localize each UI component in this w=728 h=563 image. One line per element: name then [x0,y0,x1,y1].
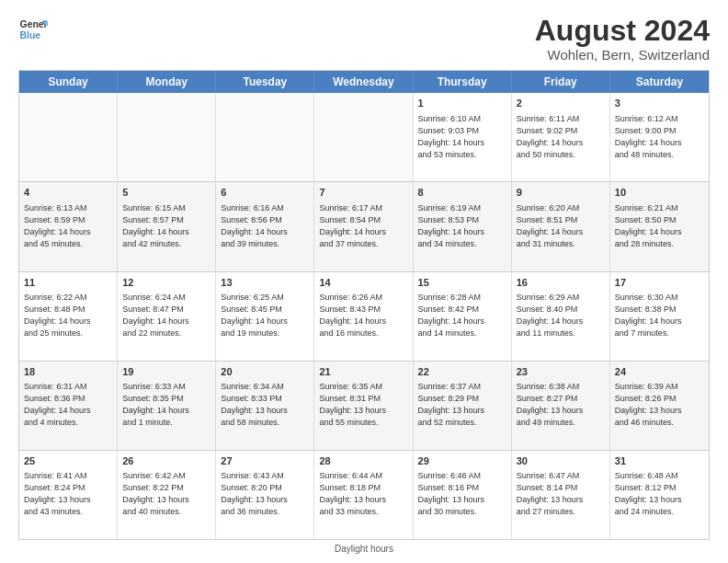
day-info: Sunrise: 6:11 AM Sunset: 9:02 PM Dayligh… [517,113,605,161]
week-row-3: 11Sunrise: 6:22 AM Sunset: 8:48 PM Dayli… [19,272,709,362]
day-info: Sunrise: 6:34 AM Sunset: 8:33 PM Dayligh… [221,381,309,429]
title-block: August 2024 Wohlen, Bern, Switzerland [535,15,710,63]
day-number: 22 [418,365,506,379]
cal-cell: 15Sunrise: 6:28 AM Sunset: 8:42 PM Dayli… [414,272,512,361]
week-row-2: 4Sunrise: 6:13 AM Sunset: 8:59 PM Daylig… [19,182,709,271]
footer-note: Daylight hours [18,544,710,554]
svg-text:Blue: Blue [20,30,41,40]
day-number: 25 [24,454,112,468]
calendar-header: SundayMondayTuesdayWednesdayThursdayFrid… [19,71,709,93]
day-number: 8 [418,186,506,200]
week-row-5: 25Sunrise: 6:41 AM Sunset: 8:24 PM Dayli… [19,451,709,539]
cal-cell: 24Sunrise: 6:39 AM Sunset: 8:26 PM Dayli… [610,362,709,450]
main-title: August 2024 [535,15,710,47]
day-info: Sunrise: 6:31 AM Sunset: 8:36 PM Dayligh… [24,381,112,429]
day-number: 20 [221,365,309,379]
day-number: 23 [517,365,605,379]
day-number: 30 [517,454,605,468]
day-number: 29 [418,454,506,468]
day-number: 16 [517,276,605,290]
day-number: 27 [221,454,309,468]
day-number: 4 [24,186,112,200]
day-info: Sunrise: 6:39 AM Sunset: 8:26 PM Dayligh… [615,381,704,429]
cal-cell: 20Sunrise: 6:34 AM Sunset: 8:33 PM Dayli… [216,362,314,450]
cal-cell: 16Sunrise: 6:29 AM Sunset: 8:40 PM Dayli… [512,272,610,361]
day-info: Sunrise: 6:17 AM Sunset: 8:54 PM Dayligh… [319,202,407,250]
day-header-monday: Monday [118,71,216,93]
day-header-sunday: Sunday [19,71,118,93]
day-number: 19 [122,365,210,379]
day-info: Sunrise: 6:12 AM Sunset: 9:00 PM Dayligh… [615,113,704,161]
day-info: Sunrise: 6:13 AM Sunset: 8:59 PM Dayligh… [24,202,112,250]
day-number: 1 [418,97,506,110]
cal-cell: 30Sunrise: 6:47 AM Sunset: 8:14 PM Dayli… [512,451,610,539]
day-number: 6 [221,186,309,200]
cal-cell [216,93,314,181]
day-info: Sunrise: 6:33 AM Sunset: 8:35 PM Dayligh… [122,381,210,429]
day-number: 28 [319,454,407,468]
day-info: Sunrise: 6:46 AM Sunset: 8:16 PM Dayligh… [418,470,506,518]
day-info: Sunrise: 6:43 AM Sunset: 8:20 PM Dayligh… [221,470,309,518]
cal-cell: 22Sunrise: 6:37 AM Sunset: 8:29 PM Dayli… [414,362,512,450]
day-number: 18 [24,365,112,379]
header: General Blue August 2024 Wohlen, Bern, S… [18,15,710,63]
day-info: Sunrise: 6:26 AM Sunset: 8:43 PM Dayligh… [319,292,407,339]
cal-cell: 6Sunrise: 6:16 AM Sunset: 8:56 PM Daylig… [216,182,314,270]
day-number: 15 [418,276,506,290]
day-number: 17 [615,276,704,290]
cal-cell: 31Sunrise: 6:48 AM Sunset: 8:12 PM Dayli… [610,451,709,539]
calendar: SundayMondayTuesdayWednesdayThursdayFrid… [18,70,710,540]
day-info: Sunrise: 6:29 AM Sunset: 8:40 PM Dayligh… [517,292,605,339]
day-header-tuesday: Tuesday [216,71,314,93]
cal-cell: 7Sunrise: 6:17 AM Sunset: 8:54 PM Daylig… [314,182,413,270]
cal-cell: 1Sunrise: 6:10 AM Sunset: 9:03 PM Daylig… [414,93,512,181]
day-number: 10 [615,186,704,200]
day-number: 14 [319,276,407,290]
day-info: Sunrise: 6:20 AM Sunset: 8:51 PM Dayligh… [517,202,605,250]
day-header-wednesday: Wednesday [314,71,413,93]
calendar-body: 1Sunrise: 6:10 AM Sunset: 9:03 PM Daylig… [19,93,709,539]
day-info: Sunrise: 6:10 AM Sunset: 9:03 PM Dayligh… [418,113,506,161]
day-info: Sunrise: 6:16 AM Sunset: 8:56 PM Dayligh… [221,202,309,250]
day-info: Sunrise: 6:30 AM Sunset: 8:38 PM Dayligh… [615,292,704,339]
cal-cell: 27Sunrise: 6:43 AM Sunset: 8:20 PM Dayli… [216,451,314,539]
cal-cell: 5Sunrise: 6:15 AM Sunset: 8:57 PM Daylig… [118,182,216,270]
day-info: Sunrise: 6:21 AM Sunset: 8:50 PM Dayligh… [615,202,704,250]
page: General Blue August 2024 Wohlen, Bern, S… [0,0,728,563]
cal-cell: 18Sunrise: 6:31 AM Sunset: 8:36 PM Dayli… [19,362,118,450]
subtitle: Wohlen, Bern, Switzerland [535,47,710,63]
day-info: Sunrise: 6:44 AM Sunset: 8:18 PM Dayligh… [319,470,407,518]
day-number: 3 [615,97,704,110]
cal-cell: 8Sunrise: 6:19 AM Sunset: 8:53 PM Daylig… [414,182,512,270]
day-info: Sunrise: 6:37 AM Sunset: 8:29 PM Dayligh… [418,381,506,429]
week-row-4: 18Sunrise: 6:31 AM Sunset: 8:36 PM Dayli… [19,362,709,451]
day-info: Sunrise: 6:38 AM Sunset: 8:27 PM Dayligh… [517,381,605,429]
day-info: Sunrise: 6:15 AM Sunset: 8:57 PM Dayligh… [122,202,210,250]
day-info: Sunrise: 6:25 AM Sunset: 8:45 PM Dayligh… [221,292,309,339]
cal-cell: 28Sunrise: 6:44 AM Sunset: 8:18 PM Dayli… [314,451,413,539]
day-number: 11 [24,276,112,290]
cal-cell [314,93,413,181]
day-number: 24 [615,365,704,379]
day-info: Sunrise: 6:28 AM Sunset: 8:42 PM Dayligh… [418,292,506,339]
cal-cell: 14Sunrise: 6:26 AM Sunset: 8:43 PM Dayli… [314,272,413,361]
week-row-1: 1Sunrise: 6:10 AM Sunset: 9:03 PM Daylig… [19,93,709,182]
day-info: Sunrise: 6:41 AM Sunset: 8:24 PM Dayligh… [24,470,112,518]
logo: General Blue [18,15,48,44]
day-number: 13 [221,276,309,290]
day-number: 26 [122,454,210,468]
cal-cell: 12Sunrise: 6:24 AM Sunset: 8:47 PM Dayli… [118,272,216,361]
cal-cell: 3Sunrise: 6:12 AM Sunset: 9:00 PM Daylig… [610,93,709,181]
day-number: 2 [517,97,605,110]
cal-cell: 21Sunrise: 6:35 AM Sunset: 8:31 PM Dayli… [314,362,413,450]
day-number: 21 [319,365,407,379]
day-number: 12 [122,276,210,290]
day-header-saturday: Saturday [610,71,709,93]
cal-cell: 26Sunrise: 6:42 AM Sunset: 8:22 PM Dayli… [118,451,216,539]
cal-cell: 13Sunrise: 6:25 AM Sunset: 8:45 PM Dayli… [216,272,314,361]
cal-cell: 2Sunrise: 6:11 AM Sunset: 9:02 PM Daylig… [512,93,610,181]
cal-cell: 25Sunrise: 6:41 AM Sunset: 8:24 PM Dayli… [19,451,118,539]
cal-cell: 29Sunrise: 6:46 AM Sunset: 8:16 PM Dayli… [414,451,512,539]
day-number: 7 [319,186,407,200]
day-info: Sunrise: 6:47 AM Sunset: 8:14 PM Dayligh… [517,470,605,518]
